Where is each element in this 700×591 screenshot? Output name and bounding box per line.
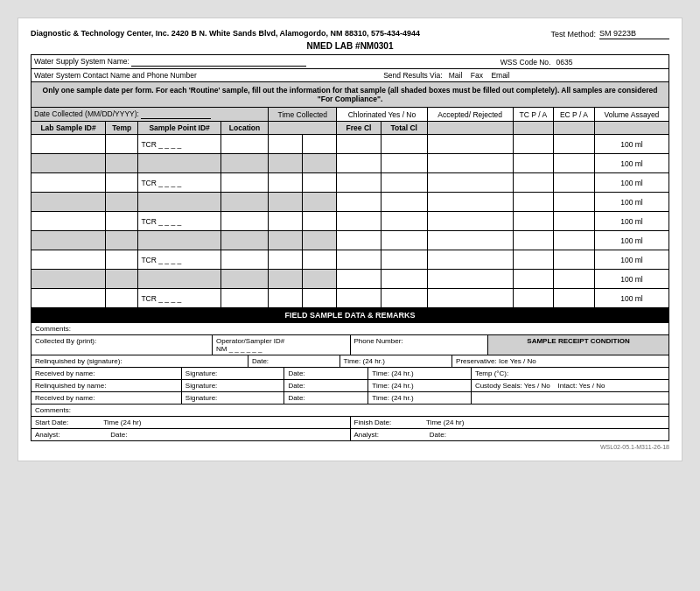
phone-cell: Phone Number:: [351, 335, 489, 355]
volume-6: 100 ml: [620, 236, 643, 245]
date-label-3: Date:: [288, 382, 304, 390]
date-collected-label: Date Collected (MM/DD/YYYY):: [34, 109, 139, 118]
volume-7: 100 ml: [620, 256, 643, 264]
preservative-cell: Preservative: Ice Yes / No: [452, 355, 668, 367]
temp-c-label: Temp (°C):: [475, 369, 508, 377]
tc-header: TC P / A: [520, 110, 548, 119]
water-supply-label: Water Supply System Name:: [34, 57, 130, 66]
date-cell-1: Date:: [248, 355, 340, 367]
time-label-4: Time: (24 hr.): [372, 394, 413, 402]
date-collected-row: Date Collected (MM/DD/YYYY): Time Collec…: [32, 108, 669, 122]
comments-label-1: Comments:: [35, 325, 71, 333]
start-finish-row: Start Date: Time (24 hr) Finish Date: Ti…: [32, 417, 668, 429]
volume-header: Volume Assayed: [605, 110, 660, 119]
finish-time-label: Time (24 hr): [426, 419, 464, 426]
collected-by-cell: Collected By (print):: [32, 335, 213, 355]
contact-row: Water System Contact Name and Phone Numb…: [32, 69, 669, 82]
wss-code-value: 0635: [556, 58, 572, 67]
comments-label-2: Comments:: [35, 406, 71, 414]
volume-4: 100 ml: [620, 198, 643, 207]
time-24-label: Time (24 hr): [103, 419, 141, 426]
time-cell-4: Time: (24 hr.): [368, 392, 472, 404]
column-headers-row: Lab Sample ID# Temp Sample Point ID# Loc…: [32, 122, 669, 135]
time-cell-2: Time: (24 hr.): [368, 368, 472, 379]
data-row-7: TCR _ _ _ _ 100 ml: [32, 250, 669, 270]
phone-label: Phone Number:: [354, 337, 403, 345]
relinquished-row-1: Relinquished by (signature): Date: Time:…: [32, 355, 668, 368]
temp-header: Temp: [112, 123, 131, 132]
start-date-cell: Start Date: Time (24 hr): [32, 417, 351, 428]
time-label-1: Time: (24 hr.): [344, 357, 385, 365]
form-page: Diagnostic & Technology Center, Inc. 242…: [18, 18, 682, 461]
field-data-header: FIELD SAMPLE DATA & REMARKS: [32, 308, 669, 323]
operator-id-cell: Operator/Sampler ID# NM _ _ _ _ _ _: [213, 335, 351, 355]
comments-row-1: Comments:: [32, 323, 668, 335]
comments-row-2: Comments:: [32, 405, 668, 417]
start-date-label: Start Date:: [35, 419, 68, 426]
main-form-table: Water Supply System Name: WSS Code No. 0…: [31, 54, 669, 323]
header: Diagnostic & Technology Center, Inc. 242…: [31, 29, 669, 39]
volume-3: 100 ml: [620, 179, 643, 187]
notice-row: Only one sample date per form. For each …: [32, 82, 669, 108]
total-cl-header: Total Cl: [390, 123, 417, 132]
collected-by-label: Collected By (print):: [35, 337, 96, 345]
time-cell-1: Time: (24 hr.): [340, 355, 452, 367]
time-collected-header: Time Collected: [278, 110, 327, 119]
volume-9: 100 ml: [620, 294, 643, 303]
date-label-4: Date:: [288, 394, 304, 402]
date-cell-2: Date:: [284, 368, 368, 379]
collected-by-row: Collected By (print): Operator/Sampler I…: [32, 335, 668, 355]
footer-section: Comments: Collected By (print): Operator…: [31, 323, 669, 441]
custody-cell: Custody Seals: Yes / No Intact: Yes / No: [472, 380, 668, 391]
signature-cell-2: Signature:: [182, 380, 285, 391]
received-name2-label: Received by name:: [35, 394, 94, 402]
volume-8: 100 ml: [620, 275, 643, 284]
signature-cell-3: Signature:: [182, 392, 285, 404]
received-row-1: Received by name: Signature: Date: Time:…: [32, 368, 668, 380]
send-mail: Mail: [449, 71, 463, 80]
finish-date-cell: Finish Date: Time (24 hr): [351, 417, 669, 428]
analyst1-cell: Analyst: Date:: [32, 429, 351, 440]
operator-value: NM _ _ _ _ _ _: [216, 345, 262, 353]
date-label-2: Date:: [288, 369, 304, 377]
notice-text: Only one sample date per form. For each …: [43, 86, 658, 103]
received-name1-label: Received by name:: [35, 369, 94, 377]
relinquished-sig-cell: Relinquished by (signature):: [32, 355, 248, 367]
relinquished-name2-cell: Relinquished by name:: [32, 380, 182, 391]
sample-receipt-header: SAMPLE RECEIPT CONDITION: [488, 335, 668, 355]
filler-cell: [472, 392, 668, 404]
volume-5: 100 ml: [620, 217, 643, 226]
relinquished-name2-label: Relinquished by name:: [35, 382, 106, 390]
date-cell-4: Date:: [284, 392, 368, 404]
contact-label: Water System Contact Name and Phone Numb…: [34, 71, 197, 80]
send-fax: Fax: [471, 71, 483, 80]
org-info: Diagnostic & Technology Center, Inc. 242…: [31, 29, 420, 38]
analyst2-cell: Analyst: Date:: [351, 429, 669, 440]
preservative-label: Preservative: Ice Yes / No: [456, 357, 536, 365]
relinquished-row-2: Relinquished by name: Signature: Date: T…: [32, 380, 668, 392]
test-method-label: Test Method:: [550, 30, 596, 39]
tcr-5: TCR _ _ _ _: [141, 217, 181, 226]
test-method-value: SM 9223B: [599, 29, 669, 39]
received-name1-cell: Received by name:: [32, 368, 182, 379]
accepted-rejected-header: Accepted/ Rejected: [438, 110, 502, 119]
signature-cell-1: Signature:: [182, 368, 285, 379]
date-cell-3: Date:: [284, 380, 368, 391]
data-row-8: 100 ml: [32, 270, 669, 289]
temp-c-cell: Temp (°C):: [472, 368, 668, 379]
send-results-label: Send Results Via:: [383, 71, 442, 80]
lab-title: NMED LAB #NM0301: [31, 41, 669, 51]
operator-id-label: Operator/Sampler ID#: [216, 337, 284, 345]
location-header: Location: [229, 123, 260, 132]
received-name2-cell: Received by name:: [32, 392, 182, 404]
date-label-1: Date:: [252, 357, 269, 365]
tcr-7: TCR _ _ _ _: [141, 256, 181, 264]
analyst-row: Analyst: Date: Analyst: Date:: [32, 429, 668, 440]
tcr-1: TCR _ _ _ _: [141, 140, 181, 149]
send-email: Email: [491, 71, 509, 80]
signature-label-1: Signature:: [186, 369, 217, 377]
sample-receipt-label: SAMPLE RECEIPT CONDITION: [527, 337, 629, 345]
time-label-3: Time: (24 hr.): [372, 382, 413, 390]
water-supply-row: Water Supply System Name: WSS Code No. 0…: [32, 55, 669, 69]
analyst1-label: Analyst:: [35, 431, 60, 439]
